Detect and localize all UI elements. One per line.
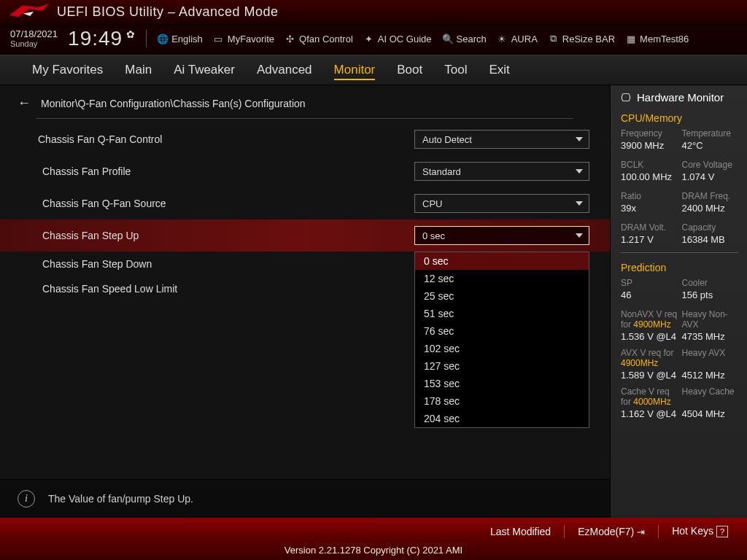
breadcrumb: Monitor\Q-Fan Configuration\Chassis Fan(… [41, 98, 306, 109]
mem-icon: ▦ [625, 34, 636, 44]
settings-list: Chassis Fan Q-Fan Control Auto Detect Ch… [0, 123, 610, 479]
title-bar: UEFI BIOS Utility – Advanced Mode [0, 0, 747, 26]
tab-exit[interactable]: Exit [489, 61, 509, 80]
dropdown-option[interactable]: 102 sec [415, 340, 589, 357]
hw-label: Ratio [621, 191, 678, 201]
select-value: CPU [422, 198, 442, 209]
star-icon: ▭ [213, 34, 224, 44]
dropdown-option[interactable]: 76 sec [415, 322, 589, 340]
hw-value-dramf: 2400 MHz [682, 203, 739, 214]
setting-label: Chassis Fan Step Up [38, 230, 414, 241]
toolbar-aura[interactable]: ☀ AURA [497, 34, 538, 44]
gear-icon[interactable]: ✿ [126, 28, 136, 40]
dropdown-option[interactable]: 0 sec [415, 252, 589, 270]
tab-tool[interactable]: Tool [444, 61, 467, 80]
tab-advanced[interactable]: Advanced [257, 61, 312, 80]
wand-icon: ✦ [363, 34, 374, 44]
last-modified-button[interactable]: Last Modified [483, 524, 558, 539]
toolbar-language[interactable]: 🌐 English [157, 34, 203, 44]
aura-icon: ☀ [497, 34, 508, 44]
svg-marker-1 [23, 12, 34, 16]
toolbar-label: AI OC Guide [378, 34, 432, 44]
hw-value-heavy-nonavx: 4735 MHz [682, 331, 739, 342]
hw-value-cachev: 1.162 V @L4 [621, 408, 678, 419]
hw-value-cooler: 156 pts [682, 289, 739, 300]
tab-myfavorites[interactable]: My Favorites [32, 61, 103, 80]
dropdown-option[interactable]: 25 sec [415, 287, 589, 305]
toolbar-label: Search [457, 34, 487, 44]
hw-value-nonavxv: 1.536 V @L4 [621, 331, 678, 342]
separator [564, 525, 565, 538]
row-step-up[interactable]: Chassis Fan Step Up 0 sec [0, 219, 610, 252]
select-value: Standard [422, 166, 461, 177]
select-qfan-control[interactable]: Auto Detect [414, 130, 589, 149]
help-text: The Value of fan/pump Step Up. [48, 493, 193, 505]
tab-boot[interactable]: Boot [397, 61, 422, 80]
hw-value-sp: 46 [621, 289, 678, 300]
dropdown-option[interactable]: 178 sec [415, 392, 589, 410]
chevron-down-icon [576, 233, 583, 238]
hw-label: Cooler [682, 278, 739, 288]
toolbar-label: AURA [511, 34, 538, 44]
select-qfan-source[interactable]: CPU [414, 194, 589, 213]
hw-label: Cache V req for 4000MHz [621, 386, 678, 407]
dropdown-option[interactable]: 51 sec [415, 305, 589, 322]
dropdown-option[interactable]: 153 sec [415, 375, 589, 392]
toolbar-myfavorite[interactable]: ▭ MyFavorite [213, 34, 274, 44]
hw-section-pred: Prediction [621, 262, 738, 273]
question-icon: ? [716, 526, 728, 537]
fan-icon: ✣ [285, 34, 295, 44]
separator [146, 30, 147, 47]
chevron-down-icon [576, 201, 583, 206]
divider [36, 118, 573, 119]
clock[interactable]: 19:49 ✿ [68, 27, 136, 50]
tab-aitweaker[interactable]: Ai Tweaker [174, 61, 235, 80]
hw-label: DRAM Freq. [682, 191, 739, 201]
date-text: 07/18/2021 [10, 29, 58, 39]
setting-label: Chassis Fan Profile [38, 166, 414, 177]
hw-title: Hardware Monitor [637, 91, 724, 104]
toolbar-search[interactable]: 🔍 Search [442, 34, 487, 44]
toolbar-label: MemTest86 [640, 34, 689, 44]
hw-label: Temperature [682, 128, 739, 139]
hw-value-temp: 42°C [682, 140, 739, 151]
dropdown-option[interactable]: 127 sec [415, 357, 589, 375]
row-qfan-control[interactable]: Chassis Fan Q-Fan Control Auto Detect [0, 123, 610, 155]
monitor-icon: 🖵 [621, 92, 631, 104]
hw-label: BCLK [621, 160, 678, 170]
setting-label: Chassis Fan Q-Fan Control [38, 133, 414, 145]
back-arrow-icon[interactable]: ← [18, 96, 31, 111]
hw-value-avxv: 1.589 V @L4 [621, 370, 678, 381]
select-step-up[interactable]: 0 sec [414, 226, 589, 245]
toolbar-aiocguide[interactable]: ✦ AI OC Guide [363, 34, 432, 44]
dropdown-step-up[interactable]: 0 sec12 sec25 sec51 sec76 sec102 sec127 … [414, 252, 589, 428]
globe-icon: 🌐 [157, 34, 168, 44]
toolbar-memtest86[interactable]: ▦ MemTest86 [625, 34, 689, 44]
setting-label: Chassis Fan Q-Fan Source [38, 198, 414, 209]
ezmode-button[interactable]: EzMode(F7)⇥ [570, 524, 652, 539]
toolbar-qfan[interactable]: ✣ Qfan Control [285, 34, 353, 44]
bios-title: UEFI BIOS Utility – Advanced Mode [57, 4, 279, 20]
select-profile[interactable]: Standard [414, 162, 589, 181]
rog-logo [7, 3, 51, 20]
toolbar-label: Qfan Control [299, 34, 353, 44]
hw-value-ratio: 39x [621, 203, 678, 214]
hw-value-frequency: 3900 MHz [621, 140, 678, 151]
dropdown-option[interactable]: 204 sec [415, 410, 589, 427]
row-qfan-source[interactable]: Chassis Fan Q-Fan Source CPU [0, 187, 610, 219]
tab-main[interactable]: Main [125, 61, 152, 80]
select-value: Auto Detect [422, 134, 472, 145]
hotkeys-button[interactable]: Hot Keys? [665, 524, 735, 539]
toolbar-resizebar[interactable]: ⧉ ReSize BAR [548, 33, 615, 44]
hw-label: AVX V req for 4900MHz [621, 348, 678, 368]
toolbar-label: English [171, 34, 203, 44]
hardware-monitor-panel: 🖵 Hardware Monitor CPU/Memory Frequency … [610, 85, 747, 518]
row-profile[interactable]: Chassis Fan Profile Standard [0, 155, 610, 187]
hw-label: Heavy AVX [682, 348, 739, 368]
hw-value-heavy-cache: 4504 MHz [682, 408, 739, 419]
tab-strip: My Favorites Main Ai Tweaker Advanced Mo… [0, 55, 747, 85]
hw-value-corev: 1.074 V [682, 171, 739, 182]
dropdown-option[interactable]: 12 sec [415, 270, 589, 287]
tab-monitor[interactable]: Monitor [334, 61, 376, 80]
hw-value-bclk: 100.00 MHz [621, 171, 678, 182]
